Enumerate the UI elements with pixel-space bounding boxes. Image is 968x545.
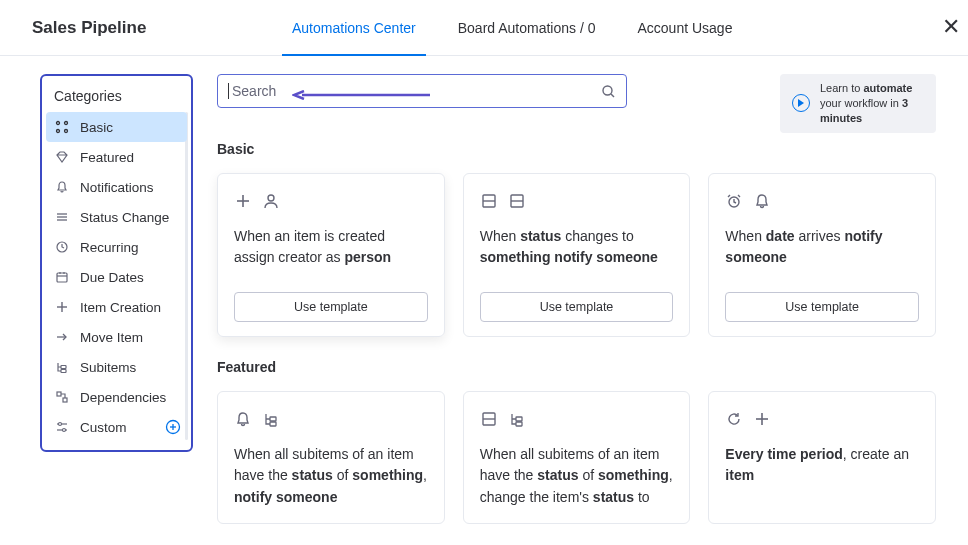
use-template-button[interactable]: Use template [234,292,428,322]
use-template-button[interactable]: Use template [725,292,919,322]
search-icon [601,84,616,99]
calendar-icon [54,269,70,285]
svg-point-2 [57,130,60,133]
search-box[interactable] [217,74,627,108]
plus-icon [753,410,771,428]
svg-point-0 [57,122,60,125]
sidebar-categories: Categories Basic Featured Notifications [40,74,193,452]
sidebar-item-label: Recurring [80,240,139,255]
subitems-icon [54,359,70,375]
plus-icon [234,192,252,210]
svg-rect-15 [61,366,66,369]
sidebar-item-item-creation[interactable]: Item Creation [46,292,187,322]
svg-rect-18 [63,398,67,402]
template-card-featured-2[interactable]: When all subitems of an item have the st… [463,391,691,524]
status-icon [508,192,526,210]
svg-rect-17 [57,392,61,396]
svg-rect-16 [61,370,66,373]
svg-rect-37 [270,417,276,421]
template-card-basic-1[interactable]: When an item is created assign creator a… [217,173,445,337]
person-icon [262,192,280,210]
close-icon[interactable]: ✕ [942,16,960,38]
subitems-icon [508,410,526,428]
sidebar-item-label: Custom [80,420,127,435]
sidebar-item-label: Dependencies [80,390,166,405]
template-card-featured-1[interactable]: When all subitems of an item have the st… [217,391,445,524]
svg-point-26 [603,86,612,95]
diamond-icon [54,149,70,165]
arrow-right-icon [54,329,70,345]
learn-banner[interactable]: Learn to automate your workflow in 3 min… [780,74,936,133]
card-text: When all subitems of an item have the st… [480,444,674,509]
header: Sales Pipeline Automations Center Board … [0,0,968,56]
tab-board-automations[interactable]: Board Automations / 0 [458,0,596,55]
sidebar-item-custom[interactable]: Custom [46,412,187,442]
tab-automations-center[interactable]: Automations Center [292,0,416,55]
sidebar-item-label: Featured [80,150,134,165]
svg-point-31 [268,195,274,201]
sidebar-item-move-item[interactable]: Move Item [46,322,187,352]
recurring-icon [54,239,70,255]
bell-icon [54,179,70,195]
sidebar-item-due-dates[interactable]: Due Dates [46,262,187,292]
svg-rect-41 [516,417,522,421]
text-cursor [228,83,229,99]
sidebar-item-label: Subitems [80,360,136,375]
plus-circle-icon[interactable] [165,419,181,435]
card-text: When an item is created assign creator a… [234,226,428,274]
status-icon [480,410,498,428]
sidebar-item-dependencies[interactable]: Dependencies [46,382,187,412]
svg-rect-8 [57,273,67,282]
use-template-button[interactable]: Use template [480,292,674,322]
card-text: Every time period, create an item [725,444,919,492]
sidebar-item-label: Basic [80,120,113,135]
template-card-featured-3[interactable]: Every time period, create an item [708,391,936,524]
tabs: Automations Center Board Automations / 0… [292,0,732,55]
play-icon [792,94,810,112]
sidebar-item-notifications[interactable]: Notifications [46,172,187,202]
page-title: Sales Pipeline [32,18,292,38]
card-text: When date arrives notify someone [725,226,919,274]
subitems-icon [262,410,280,428]
svg-line-27 [611,94,614,97]
basic-icon [54,119,70,135]
sidebar-item-subitems[interactable]: Subitems [46,352,187,382]
plus-icon [54,299,70,315]
svg-point-3 [65,130,68,133]
svg-point-1 [65,122,68,125]
sidebar-item-label: Item Creation [80,300,161,315]
sliders-icon [54,419,70,435]
dependencies-icon [54,389,70,405]
status-icon [54,209,70,225]
learn-text: Learn to automate your workflow in 3 min… [820,81,924,126]
sidebar-item-label: Status Change [80,210,169,225]
sidebar-item-recurring[interactable]: Recurring [46,232,187,262]
section-title-featured: Featured [217,359,936,375]
sidebar-item-status-change[interactable]: Status Change [46,202,187,232]
card-text: When all subitems of an item have the st… [234,444,428,509]
bell-icon [753,192,771,210]
svg-rect-38 [270,422,276,426]
template-card-basic-2[interactable]: When status changes to something notify … [463,173,691,337]
sidebar-item-label: Due Dates [80,270,144,285]
card-text: When status changes to something notify … [480,226,674,274]
tab-account-usage[interactable]: Account Usage [638,0,733,55]
template-card-basic-3[interactable]: When date arrives notify someone Use tem… [708,173,936,337]
status-icon [480,192,498,210]
sidebar-title: Categories [46,84,187,112]
svg-point-20 [59,423,62,426]
clock-icon [725,192,743,210]
svg-point-22 [63,429,66,432]
sidebar-item-featured[interactable]: Featured [46,142,187,172]
recurring-icon [725,410,743,428]
sidebar-item-basic[interactable]: Basic [46,112,187,142]
svg-rect-42 [516,422,522,426]
main-content: Learn to automate your workflow in 3 min… [217,74,936,545]
section-title-basic: Basic [217,141,936,157]
sidebar-item-label: Notifications [80,180,154,195]
search-input[interactable] [228,83,593,99]
bell-icon [234,410,252,428]
sidebar-item-label: Move Item [80,330,143,345]
